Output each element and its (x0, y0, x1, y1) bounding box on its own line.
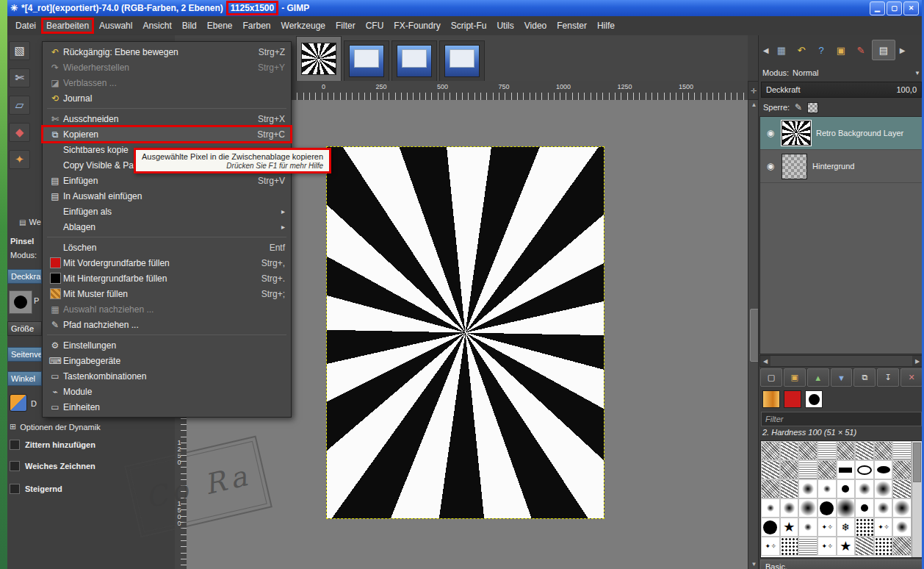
brush-thumbnail[interactable] (761, 460, 780, 479)
lock-alpha-icon[interactable] (807, 102, 818, 113)
brush-thumbnail[interactable] (837, 479, 856, 498)
brush-thumbnail[interactable] (892, 441, 912, 460)
menubar-item-auswahl[interactable]: Auswahl (94, 18, 137, 34)
brush-thumbnail[interactable] (855, 479, 874, 498)
edit-menu-item-fill-bg[interactable]: Mit Hintergrundfarbe füllenStrg+. (43, 271, 291, 286)
checkbox-incremental[interactable]: Steigernd (10, 484, 62, 494)
edit-menu-item-fill-fg[interactable]: Mit Vordergrundfarbe füllenStrg+, (43, 255, 291, 271)
device-status-icon[interactable]: ▦ (773, 40, 790, 60)
brush-thumbnail[interactable] (855, 498, 874, 518)
dynamics-icon[interactable] (10, 394, 27, 412)
menubar-item-filter[interactable]: Filter (331, 18, 361, 34)
dock-left-arrow[interactable]: ◀ (761, 40, 770, 60)
image-tab-4[interactable] (439, 40, 485, 81)
rectangle-select-tool-icon[interactable]: ▧ (9, 41, 30, 60)
angle-slider[interactable]: Winkel (7, 371, 42, 386)
image-tab-2[interactable] (344, 40, 389, 81)
brush-thumbnail[interactable] (892, 479, 912, 498)
brush-thumbnail[interactable] (817, 518, 837, 537)
brush-thumbnail[interactable] (761, 498, 780, 518)
opacity-slider[interactable]: Deckkra (7, 269, 42, 284)
edit-menu-item-cut[interactable]: ✄AusschneidenStrg+X (43, 111, 291, 126)
dock-tab-tool-options[interactable]: ▤ We (19, 218, 41, 226)
layer-row[interactable]: ◉Retro Background Layer (760, 117, 923, 150)
menubar-item-bearbeiten[interactable]: Bearbeiten (41, 18, 94, 34)
new-group-button[interactable]: ▣ (784, 368, 806, 387)
lock-pixels-icon[interactable]: ✎ (795, 102, 802, 112)
brush-thumbnail[interactable] (817, 479, 837, 498)
aspect-ratio-slider[interactable]: Seitenve (7, 347, 42, 362)
menubar-item-utils[interactable]: Utils (491, 18, 519, 34)
menubar-item-bild[interactable]: Bild (177, 18, 202, 34)
edit-menu-item-undo[interactable]: ↶Rückgängig: Ebene bewegenStrg+Z (43, 44, 291, 60)
brush-thumbnail[interactable] (798, 518, 817, 537)
menubar-item-fx-foundry[interactable]: FX-Foundry (389, 18, 445, 34)
images-icon[interactable]: ▣ (832, 40, 850, 60)
brush-thumbnail[interactable] (892, 537, 912, 556)
visibility-eye-icon[interactable]: ◉ (765, 128, 776, 138)
menubar-item-farben[interactable]: Farben (238, 18, 276, 34)
edit-menu-item-paste[interactable]: ▤EinfügenStrg+V (43, 173, 291, 188)
checkbox-icon[interactable] (10, 461, 20, 471)
close-button[interactable]: ✕ (903, 1, 919, 15)
fill-tool-icon[interactable]: ◆ (9, 123, 30, 142)
edit-menu-item-buffers[interactable]: Ablagen▸ (43, 219, 291, 235)
dynamics-options-expander[interactable]: ⊞ Optionen der Dynamik (10, 422, 101, 432)
help-icon[interactable]: ? (812, 40, 830, 60)
menubar-item-datei[interactable]: Datei (10, 18, 41, 34)
size-slider[interactable]: Größe (7, 321, 42, 336)
brush-thumbnail[interactable] (855, 441, 874, 460)
brush-filter-input[interactable]: Filter (761, 412, 922, 426)
image-tab-1[interactable] (296, 36, 342, 81)
visibility-eye-icon[interactable]: ◉ (765, 161, 776, 171)
layers-horizontal-scrollbar[interactable]: ◀ ▶ (759, 355, 923, 367)
edit-menu-item-preferences[interactable]: ⚙Einstellungen (43, 337, 291, 353)
canvas-image-starburst[interactable] (327, 147, 604, 518)
menubar-item-ansicht[interactable]: Ansicht (137, 18, 176, 34)
menubar-item-fenster[interactable]: Fenster (552, 18, 592, 34)
brush-thumbnail[interactable] (874, 537, 893, 556)
brush-thumbnail[interactable] (874, 441, 893, 460)
brush-thumbnail[interactable] (761, 479, 780, 498)
lower-layer-button[interactable]: ▼ (831, 368, 853, 387)
scroll-right-icon[interactable]: ▶ (912, 358, 923, 365)
brush-thumbnail[interactable] (761, 441, 780, 460)
brush-thumbnail[interactable] (780, 479, 799, 498)
layer-mode-row[interactable]: Modus: Normal ▼ (759, 65, 924, 81)
brush-thumbnail[interactable] (855, 460, 874, 479)
scissors-select-tool-icon[interactable]: ✄ (9, 68, 30, 87)
image-tab-3[interactable] (391, 40, 437, 81)
anchor-layer-button[interactable]: ↧ (877, 368, 899, 387)
undo-history-icon[interactable]: ↶ (793, 40, 810, 60)
brush-thumbnail[interactable] (817, 537, 837, 556)
brush-thumbnail[interactable] (817, 460, 837, 479)
layer-row[interactable]: ◉Hintergrund (760, 150, 923, 183)
checkbox-icon[interactable] (10, 440, 20, 450)
brush-thumbnail[interactable] (798, 460, 817, 479)
gradient-swatch[interactable] (762, 390, 780, 408)
brush-thumbnail[interactable] (874, 498, 893, 518)
edit-menu-item-journal[interactable]: ⟲Journal (43, 90, 291, 106)
brush-thumbnail[interactable] (892, 518, 912, 537)
brush-thumbnail[interactable] (798, 498, 817, 518)
delete-layer-button[interactable]: ✕ (900, 368, 923, 387)
brush-thumbnail[interactable] (892, 460, 912, 479)
airbrush-tool-icon[interactable]: ✦ (9, 150, 30, 169)
brush-thumbnail[interactable] (817, 498, 837, 518)
scrollbar-track[interactable] (770, 356, 912, 366)
brush-thumbnail[interactable] (892, 498, 912, 518)
brush-swatch[interactable] (805, 390, 823, 408)
menubar-item-script-fu[interactable]: Script-Fu (446, 18, 492, 34)
menubar-item-ebene[interactable]: Ebene (202, 18, 238, 34)
edit-menu-item-stroke-selection[interactable]: ▦Auswahl nachziehen ... (43, 301, 291, 317)
edit-menu-item-fill-pattern[interactable]: Mit Muster füllenStrg+; (43, 286, 291, 301)
duplicate-layer-button[interactable]: ⧉ (853, 368, 876, 387)
brush-thumbnail[interactable] (780, 518, 799, 537)
menubar-item-cfu[interactable]: CFU (361, 18, 389, 34)
menubar-item-video[interactable]: Video (519, 18, 552, 34)
edit-menu-item-modules[interactable]: ⌁Module (43, 384, 291, 399)
brush-thumbnail[interactable] (780, 537, 799, 556)
brush-scrollbar[interactable] (912, 441, 922, 557)
brush-thumbnail[interactable] (837, 441, 856, 460)
scroll-left-icon[interactable]: ◀ (760, 358, 770, 365)
